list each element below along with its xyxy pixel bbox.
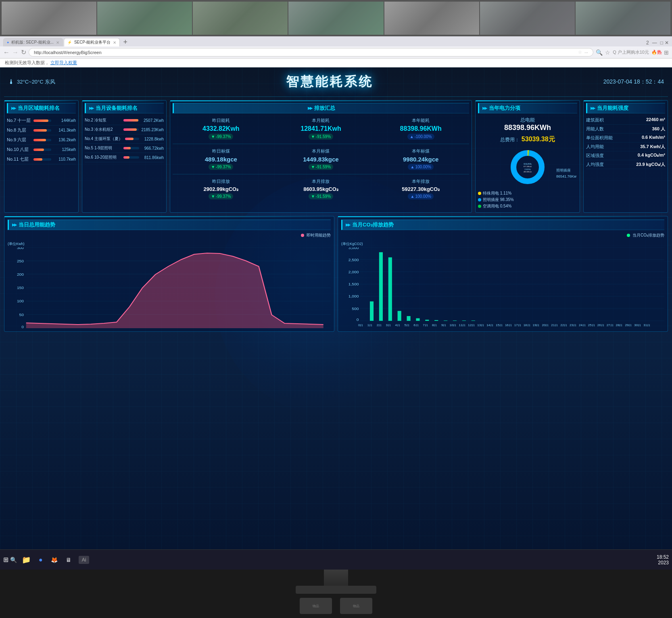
intensity-label: 人均用能 — [586, 144, 604, 150]
donut-chart-container: 特殊用电 877.29Kwh 空调用电 480.00Kwh — [478, 147, 577, 187]
yesterday-coal-change-val: -99.37% — [216, 165, 231, 169]
monitor-frame: ● 积机版: SECP-能耗业... ✕ ⚡ SECP-能耗业务平台 ✕ + 2… — [0, 0, 672, 618]
device-rank-value: 2507.2Kwh — [142, 118, 164, 123]
taskbar-app2[interactable]: 🖥 — [63, 555, 75, 565]
month-energy-value: 12841.71Kwh — [273, 125, 369, 132]
donut-chart: 特殊用电 877.29Kwh 空调用电 480.00Kwh — [507, 147, 548, 187]
camera-feed-1 — [2, 2, 96, 35]
coal-row: 昨日标煤 489.18kgce ▼ -99.37% 本月标煤 1449.83kg… — [173, 147, 469, 172]
monthly-chart-unit: (单位KgCO2) — [341, 241, 664, 247]
daily-chart-unit: (单位Kwh) — [8, 241, 331, 247]
yesterday-coal-change: ▼ -99.37% — [209, 164, 233, 170]
notif-link[interactable]: 立即导入权重 — [50, 60, 77, 65]
monthly-chart-area: 3,000 2,500 2,000 1,500 1,000 500 0 — [341, 247, 664, 328]
taskbar-explorer[interactable]: 📁 — [19, 554, 34, 566]
device-rank-item: No.5 1-9层照明 966.72kwh — [85, 144, 164, 153]
daily-chart-area: 300 250 200 150 100 50 0 00时 01时 — [8, 247, 331, 328]
month-co2-change-val: -91.59% — [316, 194, 331, 199]
up-arrow2: ▲ — [410, 165, 414, 169]
svg-text:6日: 6日 — [413, 324, 418, 327]
camera-feed-2 — [97, 2, 192, 35]
svg-text:2,000: 2,000 — [349, 270, 359, 274]
url-bar[interactable]: http://localhost/#/energyBigScreen — [34, 50, 576, 55]
rank-bar — [33, 139, 46, 141]
datetime-display: 2023-07-04 18：52：44 — [603, 78, 664, 86]
bookmark-icon[interactable]: ☆ — [578, 50, 582, 55]
options-icon[interactable]: ··· — [584, 50, 588, 55]
device-rank-bar-wrap — [123, 147, 139, 149]
yesterday-co2-value: 2902.99kgCO₂ — [173, 186, 269, 192]
taskbar-chrome[interactable]: ● — [35, 555, 46, 565]
svg-text:特殊用电: 特殊用电 — [524, 163, 532, 165]
legend-label-1: 特殊用电 1.11% — [483, 191, 511, 196]
intensity-label: 区域强度 — [586, 153, 604, 159]
svg-rect-61 — [370, 302, 374, 321]
total-fee-label: 总费用： — [500, 137, 520, 142]
daily-legend-text: 即时用能趋势 — [307, 233, 331, 238]
region-rank-list: No.7 十一层 144Kwh No.8 九层 141.3kwh No.9 六层… — [7, 116, 76, 164]
svg-text:25日: 25日 — [588, 324, 595, 327]
svg-text:28日: 28日 — [616, 324, 623, 327]
year-coal-change: ▲ 100.00% — [408, 164, 433, 170]
intensity-value: 0.4 kgCO₂/m² — [638, 153, 665, 159]
tab1-favicon: ● — [7, 40, 9, 44]
intensity-label: 单位面积用能 — [586, 135, 613, 141]
year-coal-label: 本年标煤 — [372, 148, 469, 154]
rank-bar-wrap — [33, 129, 51, 132]
rank-value: 136.2kwh — [54, 138, 76, 142]
svg-text:空调用电: 空调用电 — [524, 168, 531, 170]
stand-item-2: 物品 — [340, 598, 372, 614]
rank-value: 125kwh — [54, 147, 76, 152]
new-tab-button[interactable]: + — [121, 38, 130, 46]
region-rank-item: No.10 八层 125kwh — [7, 145, 76, 155]
search-taskbar-icon[interactable]: 🔍 — [10, 557, 17, 563]
svg-text:300: 300 — [17, 247, 24, 250]
monthly-legend-text: 当月CO₂排放趋势 — [632, 233, 664, 238]
legend-dot-2 — [478, 198, 481, 201]
intensity-value: 360 人 — [652, 126, 665, 132]
rank-value: 144Kwh — [54, 118, 76, 123]
region-rank-item: No.9 六层 136.2kwh — [7, 135, 76, 145]
device-rank-label: No.5 1-9层照明 — [85, 145, 121, 151]
svg-text:200: 200 — [17, 272, 24, 277]
total-energy: 总电能 88398.96KWh — [478, 117, 577, 132]
yesterday-coal-label: 昨日标煤 — [173, 148, 269, 154]
daily-chart-title: 当日总用能趋势 — [8, 220, 331, 230]
star-icon[interactable]: ☆ — [605, 49, 610, 56]
rank-bar-wrap — [33, 119, 51, 122]
dashboard-header: 🌡 32°C~20°C 东风 智慧能耗系统 2023-07-04 18：52：4… — [4, 71, 668, 93]
rank-label: No.10 八层 — [7, 147, 31, 153]
search-icon[interactable]: 🔍 — [596, 49, 603, 56]
yesterday-co2-label: 昨日排放 — [173, 178, 269, 184]
intensity-panel: 当月能耗强度 建筑面积 22460 m² 用能人数 360 人 单位面积用能 0… — [583, 100, 668, 213]
start-icon[interactable]: ⊞ — [3, 556, 8, 564]
svg-text:22日: 22日 — [560, 324, 567, 327]
tab1-close[interactable]: ✕ — [56, 40, 59, 45]
monthly-chart-svg: 3,000 2,500 2,000 1,500 1,000 500 0 — [341, 247, 664, 328]
region-ranking-title: 当月区域能耗排名 — [7, 103, 76, 113]
tab2-close[interactable]: ✕ — [113, 40, 116, 45]
donut-right-label: 照明插座 86541.76Kw — [556, 168, 576, 179]
intensity-title-text: 当月能耗强度 — [597, 105, 628, 112]
legend-label-2: 照明插座 98.35% — [483, 197, 514, 203]
svg-text:2日: 2日 — [377, 324, 382, 327]
divider1 — [173, 144, 469, 144]
rank-value: 110.7kwh — [54, 157, 76, 161]
intensity-list: 建筑面积 22460 m² 用能人数 360 人 单位面积用能 0.6 Kwh/… — [586, 116, 665, 169]
browser-tab-2[interactable]: ⚡ SECP-能耗业务平台 ✕ — [64, 38, 120, 46]
monthly-legend-wrap: 当月CO₂排放趋势 — [341, 233, 664, 240]
nav-back[interactable]: ← — [3, 49, 10, 56]
year-energy-value: 88398.96KWh — [372, 125, 469, 132]
svg-text:24日: 24日 — [579, 324, 586, 327]
nav-refresh[interactable]: ↻ — [21, 48, 26, 56]
rank-label: No.7 十一层 — [7, 117, 31, 124]
svg-text:3,000: 3,000 — [349, 247, 359, 249]
legend-label-3: 空调用电 0.54% — [483, 203, 511, 209]
nav-forward[interactable]: → — [12, 49, 19, 56]
taskbar-time: 18:52 — [657, 554, 669, 560]
device-rank-bar-wrap — [123, 156, 139, 159]
grid-icon[interactable]: ⊞ — [664, 49, 669, 56]
browser-tab-1[interactable]: ● 积机版: SECP-能耗业... ✕ — [3, 38, 63, 46]
taskbar-app1[interactable]: 🦊 — [48, 555, 61, 565]
svg-text:1日: 1日 — [367, 324, 372, 327]
